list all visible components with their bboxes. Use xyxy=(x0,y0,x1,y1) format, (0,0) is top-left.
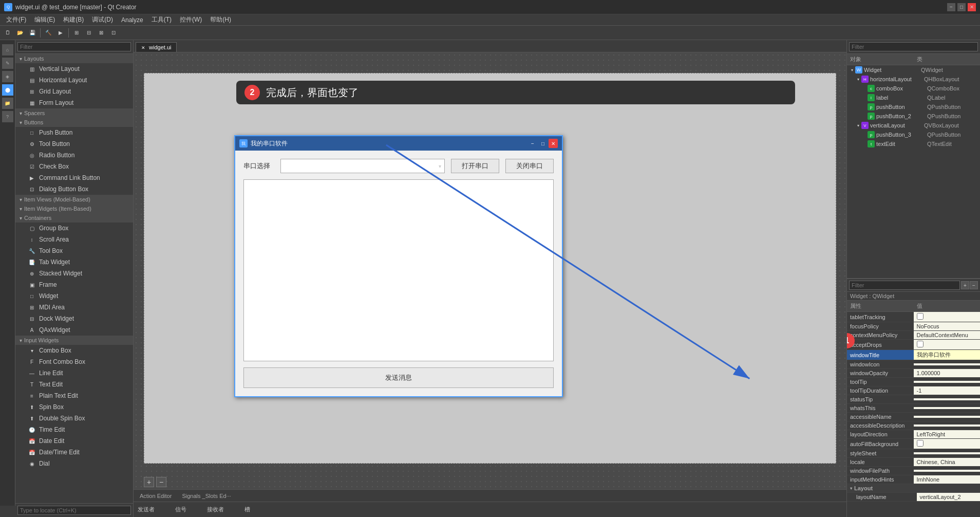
widget-dock-widget[interactable]: ⊟Dock Widget xyxy=(15,313,133,324)
widget-line-edit[interactable]: —Line Edit xyxy=(15,367,133,379)
widget-radio-button[interactable]: ◎Radio Button xyxy=(15,150,133,161)
prop-layout-direction[interactable]: layoutDirection LeftToRight xyxy=(847,430,980,439)
widget-horizontal-layout[interactable]: ▤Horizontal Layout xyxy=(15,75,133,86)
side-icon-project[interactable]: 📁 xyxy=(2,98,13,109)
menu-edit[interactable]: 编辑(E) xyxy=(30,14,59,25)
toolbar-new[interactable]: 🗒 xyxy=(2,27,13,39)
close-button[interactable]: ✕ xyxy=(968,3,976,11)
widget-double-spin-box[interactable]: ⬆Double Spin Box xyxy=(15,413,133,424)
side-icon-design[interactable]: ◈ xyxy=(2,71,13,82)
widget-plain-text-edit[interactable]: ≡Plain Text Edit xyxy=(15,390,133,401)
prop-layout-name[interactable]: layoutName verticalLayout_2 xyxy=(847,493,980,502)
obj-row-pushbutton[interactable]: p pushButton QPushButton xyxy=(847,102,980,112)
menu-file[interactable]: 文件(F) xyxy=(2,14,30,25)
toolbar-align-left[interactable]: ⊞ xyxy=(71,27,82,39)
section-containers[interactable]: Containers xyxy=(15,213,133,223)
prop-whats-this[interactable]: whatsThis xyxy=(847,404,980,413)
prop-accessible-name[interactable]: accessibleName xyxy=(847,413,980,421)
widget-spin-box[interactable]: ⬆Spin Box xyxy=(15,401,133,413)
section-buttons[interactable]: Buttons xyxy=(15,118,133,127)
qt-send-button[interactable]: 发送消息 xyxy=(243,367,554,388)
toolbar-run[interactable]: ▶ xyxy=(55,27,66,39)
prop-accept-drops[interactable]: acceptDrops xyxy=(847,340,980,350)
obj-row-widget[interactable]: ▾ W Widget QWidget xyxy=(847,65,980,75)
prop-focus-policy[interactable]: focusPolicy NoFocus xyxy=(847,322,980,331)
widget-dial[interactable]: ◉Dial xyxy=(15,458,133,469)
menu-help[interactable]: 帮助(H) xyxy=(206,14,235,25)
widget-stacked-widget[interactable]: ⊕Stacked Widget xyxy=(15,268,133,279)
widget-check-box[interactable]: ☑Check Box xyxy=(15,161,133,172)
widget-text-edit[interactable]: TText Edit xyxy=(15,379,133,390)
qt-maximize-button[interactable]: □ xyxy=(538,139,548,148)
side-icon-debug[interactable]: ⬤ xyxy=(2,84,13,96)
menu-build[interactable]: 构建(B) xyxy=(59,14,88,25)
widget-combo-box[interactable]: ▾Combo Box xyxy=(15,345,133,356)
minimize-button[interactable]: − xyxy=(947,3,955,11)
toolbar-build[interactable]: 🔨 xyxy=(43,27,54,39)
widget-tab-widget[interactable]: 📑Tab Widget xyxy=(15,256,133,268)
widget-dialog-button-box[interactable]: ⊡Dialog Button Box xyxy=(15,183,133,195)
widget-scroll-area[interactable]: ↕Scroll Area xyxy=(15,234,133,245)
menu-tools[interactable]: 工具(T) xyxy=(147,14,176,25)
toolbar-open[interactable]: 📂 xyxy=(14,27,26,39)
obj-row-pushbutton3[interactable]: p pushButton_3 QPushButton xyxy=(847,130,980,139)
section-input-widgets[interactable]: Input Widgets xyxy=(15,336,133,345)
widget-mdi-area[interactable]: ⊞MDI Area xyxy=(15,302,133,313)
toolbar-align-center[interactable]: ⊠ xyxy=(96,27,107,39)
toolbar-align-right[interactable]: ⊟ xyxy=(83,27,95,39)
accept-drops-checkbox[interactable] xyxy=(917,341,924,347)
qt-close-port-button[interactable]: 关闭串口 xyxy=(505,159,554,173)
prop-window-title[interactable]: windowTitle 我的串口软件 xyxy=(847,350,980,360)
menu-debug[interactable]: 调试(D) xyxy=(88,14,117,25)
qt-text-area[interactable] xyxy=(243,179,554,361)
menu-widgets[interactable]: 控件(W) xyxy=(176,14,206,25)
widget-font-combo-box[interactable]: FFont Combo Box xyxy=(15,356,133,367)
widget-widget[interactable]: □Widget xyxy=(15,290,133,302)
widget-date-edit[interactable]: 📅Date Edit xyxy=(15,435,133,447)
prop-window-file-path[interactable]: windowFilePath xyxy=(847,467,980,475)
prop-tablet-tracking[interactable]: tabletTracking xyxy=(847,312,980,322)
prop-add-button[interactable]: + xyxy=(961,281,969,289)
qt-close-button[interactable]: ✕ xyxy=(549,139,558,148)
prop-window-opacity[interactable]: windowOpacity 1.000000 xyxy=(847,369,980,378)
toolbar-grid[interactable]: ⊡ xyxy=(108,27,119,39)
widget-grid-layout[interactable]: ⊞Grid Layout xyxy=(15,86,133,97)
obj-row-label[interactable]: l label QLabel xyxy=(847,93,980,102)
prop-tooltip[interactable]: toolTip xyxy=(847,378,980,386)
widget-qaxwidget[interactable]: AQAxWidget xyxy=(15,324,133,336)
property-filter-input[interactable] xyxy=(849,281,960,290)
tablet-tracking-checkbox[interactable] xyxy=(917,313,924,320)
qt-open-port-button[interactable]: 打开串口 xyxy=(451,159,499,173)
prop-tooltip-duration[interactable]: toolTipDuration -1 xyxy=(847,386,980,395)
prop-input-method-hints[interactable]: inputMethodHints ImhNone xyxy=(847,475,980,484)
side-icon-welcome[interactable]: ⌂ xyxy=(2,44,13,56)
tab-action-editor[interactable]: Action Editor xyxy=(136,492,176,500)
section-item-views[interactable]: Item Views (Model-Based) xyxy=(15,195,133,204)
widget-frame[interactable]: ▣Frame xyxy=(15,279,133,290)
prop-auto-fill-background[interactable]: autoFillBackground xyxy=(847,439,980,449)
zoom-out-button[interactable]: − xyxy=(156,477,166,487)
side-icon-edit[interactable]: ✎ xyxy=(2,58,13,69)
obj-row-pushbutton2[interactable]: p pushButton_2 QPushButton xyxy=(847,112,980,121)
maximize-button[interactable]: □ xyxy=(957,3,966,11)
obj-row-textedit[interactable]: t textEdit QTextEdit xyxy=(847,139,980,149)
widget-vertical-layout[interactable]: ▥Vertical Layout xyxy=(15,63,133,75)
obj-row-combobox[interactable]: c comboBox QComboBox xyxy=(847,84,980,93)
obj-row-vertical-layout[interactable]: ▾ V verticalLayout QVBoxLayout xyxy=(847,121,980,130)
locate-input[interactable] xyxy=(17,506,131,515)
widget-group-box[interactable]: ▢Group Box xyxy=(15,223,133,234)
qt-minimize-button[interactable]: − xyxy=(528,139,537,148)
center-tab-widget-ui[interactable]: ✕ widget.ui xyxy=(136,42,177,52)
prop-status-tip[interactable]: statusTip xyxy=(847,395,980,404)
zoom-in-button[interactable]: + xyxy=(144,477,154,487)
widget-tool-button[interactable]: ⚙Tool Button xyxy=(15,138,133,150)
object-filter-input[interactable] xyxy=(849,42,978,51)
section-item-widgets[interactable]: Item Widgets (Item-Based) xyxy=(15,204,133,213)
widget-filter-input[interactable] xyxy=(17,42,131,51)
side-icon-help[interactable]: ? xyxy=(2,111,13,122)
tab-close-icon[interactable]: ✕ xyxy=(141,45,145,50)
prop-accessible-description[interactable]: accessibleDescription xyxy=(847,421,980,430)
section-layouts[interactable]: Layouts xyxy=(15,54,133,63)
widget-time-edit[interactable]: 🕐Time Edit xyxy=(15,424,133,435)
qt-combo-box[interactable]: ▾ xyxy=(280,159,445,173)
